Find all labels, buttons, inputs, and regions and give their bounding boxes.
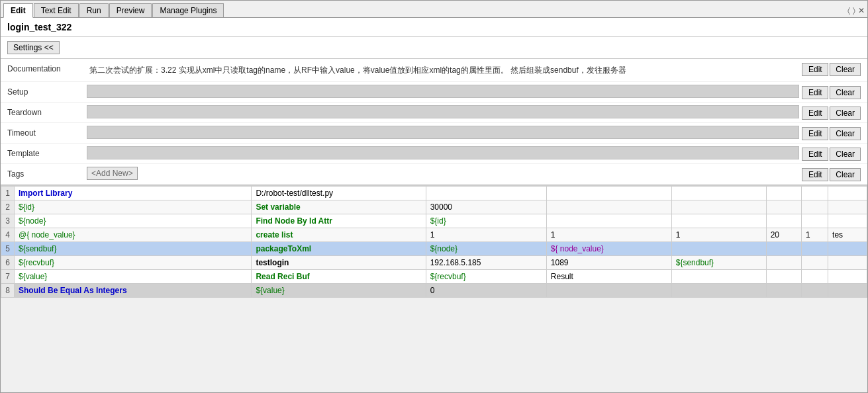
cell-5-3[interactable]: 1089 xyxy=(546,256,671,270)
cell-6-2[interactable]: ${recvbuf} xyxy=(426,270,546,284)
teardown-clear-button[interactable]: Clear xyxy=(830,107,861,120)
cell-6-6[interactable] xyxy=(802,270,828,284)
cell-5-0[interactable]: ${recvbuf} xyxy=(15,256,252,270)
cell-5-5[interactable] xyxy=(766,256,801,270)
tags-edit-button[interactable]: Edit xyxy=(802,168,828,181)
teardown-label: Teardown xyxy=(7,105,87,117)
cell-7-7[interactable] xyxy=(828,284,867,298)
cell-2-3[interactable] xyxy=(546,214,671,228)
cell-0-0[interactable]: Import Library xyxy=(15,187,252,200)
tags-actions: Edit Clear xyxy=(802,167,861,181)
cell-3-1[interactable]: create list xyxy=(252,228,426,242)
cell-1-5[interactable] xyxy=(766,200,801,214)
template-edit-button[interactable]: Edit xyxy=(802,148,828,161)
cell-0-3[interactable] xyxy=(546,187,671,200)
teardown-input[interactable] xyxy=(87,105,799,118)
cell-6-7[interactable] xyxy=(828,270,867,284)
cell-4-6[interactable] xyxy=(802,242,828,256)
nav-left-icon[interactable]: 〈 xyxy=(847,6,850,15)
cell-3-3[interactable]: 1 xyxy=(546,228,671,242)
setup-edit-button[interactable]: Edit xyxy=(802,86,828,99)
nav-right-icon[interactable]: 〉 xyxy=(853,6,855,15)
cell-7-6[interactable] xyxy=(802,284,828,298)
cell-2-5[interactable] xyxy=(766,214,801,228)
documentation-label: Documentation xyxy=(7,62,87,73)
cell-4-3[interactable]: ${ node_value} xyxy=(546,242,671,256)
cell-3-6[interactable]: 1 xyxy=(802,228,828,242)
tab-edit[interactable]: Edit xyxy=(3,3,33,18)
tab-preview[interactable]: Preview xyxy=(109,3,152,17)
cell-7-2[interactable]: 0 xyxy=(426,284,546,298)
documentation-clear-button[interactable]: Clear xyxy=(830,63,861,76)
cell-2-2[interactable]: ${id} xyxy=(426,214,546,228)
settings-button[interactable]: Settings << xyxy=(7,41,60,54)
cell-6-5[interactable] xyxy=(766,270,801,284)
setup-label: Setup xyxy=(7,85,87,97)
cell-0-5[interactable] xyxy=(766,187,801,200)
cell-1-2[interactable]: 30000 xyxy=(426,200,546,214)
cell-2-4[interactable] xyxy=(671,214,766,228)
tab-manage-plugins[interactable]: Manage Plugins xyxy=(152,3,224,17)
cell-7-0[interactable]: Should Be Equal As Integers xyxy=(15,284,252,298)
cell-4-4[interactable] xyxy=(671,242,766,256)
cell-0-7[interactable] xyxy=(828,187,867,200)
documentation-text: 第二次尝试的扩展：3.22 实现从xml中只读取tag的name，从RF中输入v… xyxy=(87,62,799,79)
cell-4-5[interactable] xyxy=(766,242,801,256)
cell-1-4[interactable] xyxy=(671,200,766,214)
template-input[interactable] xyxy=(87,146,799,159)
cell-6-1[interactable]: Read Reci Buf xyxy=(252,270,426,284)
cell-2-7[interactable] xyxy=(828,214,867,228)
tab-run[interactable]: Run xyxy=(79,3,109,17)
nav-close-icon[interactable]: ✕ xyxy=(858,6,865,15)
setup-input[interactable] xyxy=(87,85,799,98)
cell-0-2[interactable] xyxy=(426,187,546,200)
table-row: 7${value}Read Reci Buf${recvbuf}Result xyxy=(1,270,867,284)
teardown-actions: Edit Clear xyxy=(802,105,861,120)
cell-3-5[interactable]: 20 xyxy=(766,228,801,242)
cell-7-1[interactable]: ${value} xyxy=(252,284,426,298)
documentation-edit-button[interactable]: Edit xyxy=(802,63,828,76)
cell-0-1[interactable]: D:/robot-test/dlltest.py xyxy=(252,187,426,200)
template-actions: Edit Clear xyxy=(802,146,861,161)
cell-2-1[interactable]: Find Node By Id Attr xyxy=(252,214,426,228)
cell-7-3[interactable] xyxy=(546,284,671,298)
template-row: Template Edit Clear xyxy=(1,144,867,164)
cell-3-2[interactable]: 1 xyxy=(426,228,546,242)
cell-5-6[interactable] xyxy=(802,256,828,270)
template-clear-button[interactable]: Clear xyxy=(830,148,861,161)
cell-7-4[interactable] xyxy=(671,284,766,298)
timeout-clear-button[interactable]: Clear xyxy=(830,127,861,140)
cell-3-4[interactable]: 1 xyxy=(671,228,766,242)
cell-1-1[interactable]: Set variable xyxy=(252,200,426,214)
cell-4-7[interactable] xyxy=(828,242,867,256)
tab-text-edit[interactable]: Text Edit xyxy=(34,3,79,17)
cell-4-0[interactable]: ${sendbuf} xyxy=(15,242,252,256)
cell-4-1[interactable]: packageToXml xyxy=(252,242,426,256)
cell-1-7[interactable] xyxy=(828,200,867,214)
cell-6-0[interactable]: ${value} xyxy=(15,270,252,284)
cell-5-4[interactable]: ${sendbuf} xyxy=(671,256,766,270)
cell-1-3[interactable] xyxy=(546,200,671,214)
cell-1-6[interactable] xyxy=(802,200,828,214)
documentation-content: 第二次尝试的扩展：3.22 实现从xml中只读取tag的name，从RF中输入v… xyxy=(87,62,799,79)
cell-6-4[interactable] xyxy=(671,270,766,284)
cell-3-7[interactable]: tes xyxy=(828,228,867,242)
timeout-edit-button[interactable]: Edit xyxy=(802,127,828,140)
cell-0-4[interactable] xyxy=(671,187,766,200)
tags-add-button[interactable]: <Add New> xyxy=(87,167,138,180)
cell-3-0[interactable]: @{ node_value} xyxy=(15,228,252,242)
cell-5-2[interactable]: 192.168.5.185 xyxy=(426,256,546,270)
cell-4-2[interactable]: ${node} xyxy=(426,242,546,256)
cell-2-6[interactable] xyxy=(802,214,828,228)
tags-clear-button[interactable]: Clear xyxy=(830,168,861,181)
cell-0-6[interactable] xyxy=(802,187,828,200)
cell-5-1[interactable]: testlogin xyxy=(252,256,426,270)
timeout-input[interactable] xyxy=(87,126,799,139)
cell-7-5[interactable] xyxy=(766,284,801,298)
cell-2-0[interactable]: ${node} xyxy=(15,214,252,228)
cell-6-3[interactable]: Result xyxy=(546,270,671,284)
cell-5-7[interactable] xyxy=(828,256,867,270)
setup-clear-button[interactable]: Clear xyxy=(830,86,861,99)
teardown-edit-button[interactable]: Edit xyxy=(802,107,828,120)
cell-1-0[interactable]: ${id} xyxy=(15,200,252,214)
